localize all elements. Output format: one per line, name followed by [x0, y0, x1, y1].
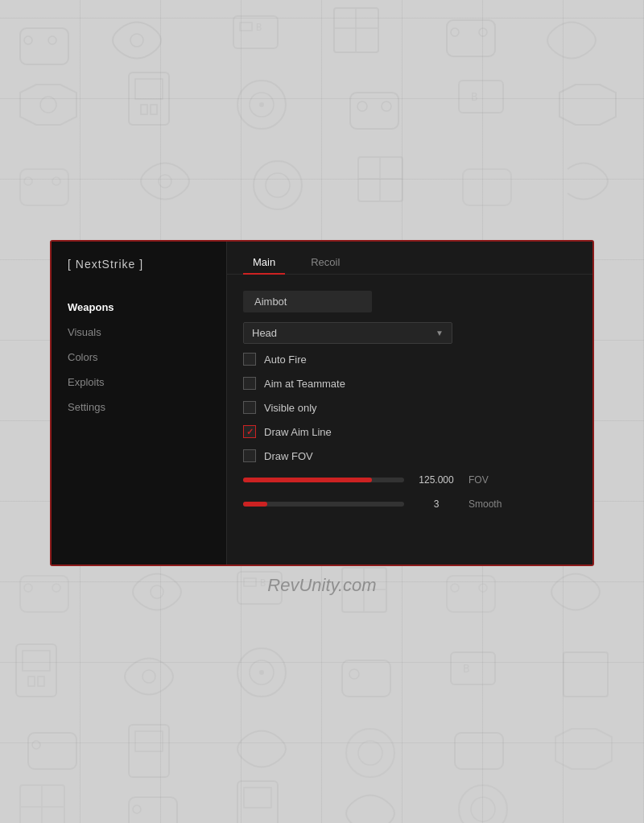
svg-rect-4 — [233, 16, 278, 48]
smooth-slider-row: 3 Smooth — [243, 495, 576, 513]
svg-rect-17 — [151, 105, 157, 114]
svg-rect-52 — [38, 676, 44, 686]
svg-point-77 — [471, 797, 495, 821]
svg-point-20 — [259, 102, 264, 107]
svg-rect-41 — [244, 578, 256, 586]
draw-aim-line-checkbox[interactable] — [243, 425, 256, 438]
chevron-down-icon: ▼ — [436, 329, 444, 337]
svg-point-12 — [479, 28, 487, 36]
svg-point-38 — [52, 584, 60, 592]
svg-rect-50 — [23, 651, 50, 671]
svg-point-37 — [24, 584, 32, 592]
sidebar-item-visuals[interactable]: Visuals — [52, 320, 226, 345]
app-logo: [ NextStrike ] — [52, 258, 226, 271]
svg-point-2 — [48, 36, 56, 44]
svg-point-3 — [130, 34, 143, 47]
svg-point-13 — [40, 97, 56, 113]
svg-point-56 — [259, 670, 264, 675]
aimbot-section-header: Aimbot — [243, 291, 372, 312]
svg-point-55 — [250, 660, 274, 684]
visible-only-label: Visible only — [264, 402, 317, 414]
svg-point-76 — [459, 785, 507, 823]
svg-rect-5 — [240, 23, 252, 31]
option-row-auto-fire: Auto Fire — [243, 350, 576, 368]
svg-rect-24 — [459, 81, 503, 113]
sidebar-item-exploits[interactable]: Exploits — [52, 370, 226, 395]
draw-aim-line-label: Draw Aim Line — [264, 426, 332, 438]
fov-slider[interactable] — [243, 478, 404, 482]
auto-fire-checkbox[interactable] — [243, 353, 256, 366]
fov-value: 125.000 — [412, 474, 460, 486]
svg-rect-43 — [342, 568, 386, 612]
smooth-label: Smooth — [469, 498, 509, 510]
svg-rect-65 — [135, 731, 163, 751]
option-row-draw-fov: Draw FOV — [243, 447, 576, 465]
smooth-slider[interactable] — [243, 502, 404, 507]
svg-rect-40 — [237, 572, 282, 604]
svg-point-30 — [254, 161, 302, 209]
svg-text:B: B — [260, 577, 266, 589]
draw-fov-label: Draw FOV — [264, 450, 313, 462]
svg-point-73 — [133, 805, 141, 813]
svg-rect-14 — [129, 72, 169, 125]
svg-rect-7 — [334, 8, 378, 52]
svg-rect-26 — [20, 169, 68, 205]
option-row-visible-only: Visible only — [243, 399, 576, 416]
option-row-draw-aim-line: Draw Aim Line — [243, 423, 576, 440]
sidebar-item-settings[interactable]: Settings — [52, 395, 226, 420]
svg-rect-68 — [455, 733, 503, 769]
sidebar-item-weapons[interactable]: Weapons — [52, 295, 226, 320]
aim-teammate-label: Aim at Teammate — [264, 378, 345, 390]
smooth-slider-fill — [243, 502, 267, 507]
fov-slider-row: 125.000 FOV — [243, 471, 576, 489]
content-panel: Aimbot Head ▼ Auto Fire Aim at Teammate … — [227, 275, 592, 565]
svg-rect-21 — [350, 93, 398, 129]
svg-point-22 — [357, 101, 367, 111]
svg-point-63 — [32, 741, 40, 749]
visible-only-checkbox[interactable] — [243, 401, 256, 414]
sidebar-item-colors[interactable]: Colors — [52, 345, 226, 370]
svg-point-1 — [24, 36, 32, 44]
svg-rect-36 — [20, 576, 68, 612]
svg-point-18 — [237, 81, 286, 129]
svg-point-67 — [358, 741, 382, 765]
svg-rect-72 — [129, 797, 177, 823]
dropdown-value: Head — [252, 327, 277, 339]
svg-point-23 — [382, 101, 391, 111]
svg-rect-16 — [141, 105, 147, 114]
svg-point-27 — [24, 177, 32, 185]
aim-teammate-checkbox[interactable] — [243, 377, 256, 390]
svg-point-54 — [237, 648, 286, 697]
svg-text:B: B — [256, 22, 262, 33]
head-dropdown[interactable]: Head ▼ — [243, 322, 452, 344]
main-content: Main Recoil Aimbot Head ▼ Auto Fire Aim … — [227, 242, 592, 565]
svg-rect-62 — [28, 733, 76, 769]
svg-rect-57 — [342, 660, 390, 697]
svg-point-29 — [159, 175, 171, 188]
tab-main[interactable]: Main — [243, 251, 285, 275]
svg-rect-69 — [20, 785, 64, 823]
svg-rect-51 — [28, 676, 35, 686]
smooth-value: 3 — [412, 498, 460, 510]
svg-rect-35 — [463, 169, 511, 205]
sidebar: [ NextStrike ] Weapons Visuals Colors Ex… — [52, 242, 227, 565]
svg-rect-46 — [447, 576, 495, 612]
svg-point-53 — [142, 670, 155, 683]
app-window: [ NextStrike ] Weapons Visuals Colors Ex… — [50, 240, 594, 566]
fov-slider-fill — [243, 478, 372, 482]
fov-label: FOV — [469, 474, 509, 486]
svg-text:B: B — [463, 662, 469, 675]
auto-fire-label: Auto Fire — [264, 354, 307, 366]
svg-rect-0 — [20, 28, 68, 64]
svg-point-39 — [151, 585, 163, 598]
draw-fov-checkbox[interactable] — [243, 449, 256, 462]
svg-point-66 — [346, 729, 394, 777]
svg-rect-59 — [451, 652, 495, 684]
svg-text:B: B — [471, 90, 477, 103]
svg-point-58 — [349, 669, 359, 679]
svg-point-48 — [479, 584, 487, 592]
svg-point-47 — [451, 584, 459, 592]
tab-recoil[interactable]: Recoil — [301, 251, 349, 275]
svg-rect-49 — [16, 644, 56, 697]
svg-rect-32 — [358, 157, 402, 201]
